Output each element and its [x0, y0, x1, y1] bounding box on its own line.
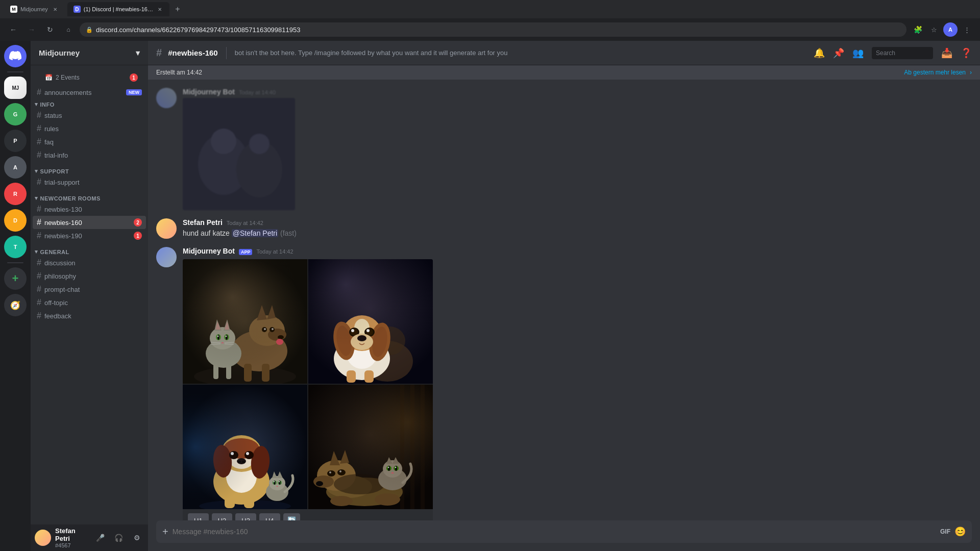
grid-cell-2[interactable]: [308, 259, 433, 384]
tab-midjourney[interactable]: M Midjourney ✕: [4, 2, 65, 16]
add-server-button[interactable]: +: [4, 267, 27, 290]
profile-icon[interactable]: A: [943, 22, 958, 37]
announcements-item[interactable]: # announcements NEW: [33, 86, 146, 99]
server-icon-discord-home[interactable]: [4, 45, 27, 67]
server-sidebar: MJ G P A R D T + 🧭: [0, 41, 31, 551]
tab-discord[interactable]: D (1) Discord | #newbies-160 | Mid... ✕: [67, 2, 169, 16]
server-header[interactable]: Midjourney ▾: [31, 41, 148, 65]
server-icon-3[interactable]: P: [4, 130, 27, 152]
tab-favicon-1: M: [10, 6, 17, 13]
n160-channel-label: newbies-160: [44, 219, 131, 227]
channel-status[interactable]: # status: [33, 109, 146, 122]
server-icon-midjourney[interactable]: MJ: [4, 77, 27, 99]
grid-cell-4[interactable]: [308, 385, 433, 509]
user-status-label: #4567: [55, 542, 89, 548]
menu-icon[interactable]: ⋮: [960, 22, 974, 37]
category-info[interactable]: ▾ INFO: [31, 99, 148, 109]
gif-icon[interactable]: GIF: [940, 528, 950, 535]
tab-close-1[interactable]: ✕: [51, 5, 59, 13]
address-bar[interactable]: 🔒 discord.com/channels/66226797698429747…: [80, 22, 906, 37]
chevron-down-icon: ▾: [136, 48, 140, 58]
channel-rules[interactable]: # rules: [33, 122, 146, 135]
u1-button[interactable]: U1: [188, 513, 209, 520]
trial-info-hash-icon: #: [37, 151, 41, 160]
explore-servers-button[interactable]: 🧭: [4, 294, 27, 316]
svg-rect-91: [183, 385, 307, 509]
offtopic-hash-icon: #: [37, 298, 41, 307]
new-tab-button[interactable]: +: [172, 3, 184, 15]
home-button[interactable]: ⌂: [61, 22, 76, 37]
refresh-images-button[interactable]: 🔄: [283, 513, 300, 520]
server-icon-5[interactable]: R: [4, 183, 27, 205]
category-support[interactable]: ▾ SUPPORT: [31, 166, 148, 176]
bookmarks-icon[interactable]: ☆: [927, 22, 941, 37]
user-info: Stefan Petri #4567: [55, 527, 89, 548]
events-item[interactable]: 📅 2 Events 1: [37, 71, 142, 84]
channel-header: # #newbies-160 bot isn't the bot here. T…: [148, 41, 980, 65]
user-headphone-button[interactable]: 🎧: [111, 531, 126, 545]
philosophy-channel-label: philosophy: [44, 272, 142, 280]
channel-trial-info[interactable]: # trial-info: [33, 148, 146, 162]
svg-rect-121: [308, 385, 433, 509]
channel-header-hash-icon: #: [156, 47, 162, 59]
announcements-badge: NEW: [126, 89, 142, 95]
channel-off-topic[interactable]: # off-topic: [33, 296, 146, 309]
stefan-header: Stefan Petri Today at 14:42: [183, 218, 972, 227]
u2-button[interactable]: U2: [212, 513, 233, 520]
message-stefan: Stefan Petri Today at 14:42 hund auf kat…: [156, 218, 972, 239]
user-settings-button[interactable]: ⚙: [130, 531, 144, 545]
n130-channel-label: newbies-130: [44, 206, 142, 213]
bell-icon[interactable]: 🔔: [814, 47, 825, 59]
pin-icon[interactable]: 📌: [833, 47, 844, 59]
tab-close-2[interactable]: ✕: [157, 5, 163, 13]
channel-feedback[interactable]: # feedback: [33, 309, 146, 322]
refresh-button[interactable]: ↻: [43, 22, 57, 37]
u4-button[interactable]: U4: [259, 513, 280, 520]
server-icon-4[interactable]: A: [4, 156, 27, 179]
timestamp-text: (fast): [280, 229, 297, 237]
members-icon[interactable]: 👥: [852, 47, 864, 59]
bot-content: Midjourney Bot APP Today at 14:42: [183, 247, 972, 520]
server-icon-6[interactable]: D: [4, 209, 27, 232]
channel-newbies-190[interactable]: # newbies-190 1: [33, 229, 146, 242]
image-grid: [183, 259, 433, 509]
image-grid-container: U1 U2 U3 U4 🔄 V1 V2 V3 V4: [183, 259, 433, 520]
bot-header: Midjourney Bot APP Today at 14:42: [183, 247, 972, 255]
message-input-bar[interactable]: + GIF 😊: [156, 520, 972, 543]
msg1-images: [183, 98, 972, 210]
server-icon-7[interactable]: T: [4, 236, 27, 258]
help-icon[interactable]: ❓: [961, 47, 972, 59]
msg1-header: Midjourney Bot Today at 14:40: [183, 88, 972, 96]
u3-button[interactable]: U3: [235, 513, 256, 520]
trial-support-channel-label: trial-support: [44, 179, 142, 186]
grid-cell-3[interactable]: [183, 385, 307, 509]
user-avatar: [35, 530, 51, 546]
grid-cell-1[interactable]: [183, 259, 307, 384]
user-mic-button[interactable]: 🎤: [93, 531, 107, 545]
channel-prompt-chat[interactable]: # prompt-chat: [33, 283, 146, 296]
search-bar-header[interactable]: Search: [872, 47, 933, 59]
svg-point-4: [249, 134, 270, 154]
extensions-icon[interactable]: 🧩: [911, 22, 925, 37]
announcements-label: announcements: [44, 89, 123, 96]
back-button[interactable]: ←: [6, 22, 20, 37]
channel-newbies-160[interactable]: # newbies-160 2: [33, 216, 146, 229]
channel-newbies-130[interactable]: # newbies-130: [33, 203, 146, 216]
msg1-avatar: [156, 88, 177, 108]
channel-philosophy[interactable]: # philosophy: [33, 269, 146, 283]
forward-button[interactable]: →: [24, 22, 39, 37]
channel-trial-support[interactable]: # trial-support: [33, 176, 146, 189]
header-divider: [226, 47, 227, 59]
server-icon-2[interactable]: G: [4, 103, 27, 126]
channel-faq[interactable]: # faq: [33, 135, 146, 148]
add-file-icon[interactable]: +: [162, 526, 168, 538]
jump-to-present-link[interactable]: Ab gestern mehr lesen: [904, 69, 966, 76]
emoji-icon[interactable]: 😊: [954, 526, 966, 537]
category-newcomer[interactable]: ▾ NEWCOMER ROOMS: [31, 193, 148, 203]
channel-discussion[interactable]: # discussion: [33, 256, 146, 269]
category-general[interactable]: ▾ GENERAL: [31, 246, 148, 256]
offtopic-channel-label: off-topic: [44, 299, 142, 307]
inbox-icon[interactable]: 📥: [941, 47, 952, 59]
message-input[interactable]: [173, 528, 936, 536]
feedback-channel-label: feedback: [44, 312, 142, 320]
